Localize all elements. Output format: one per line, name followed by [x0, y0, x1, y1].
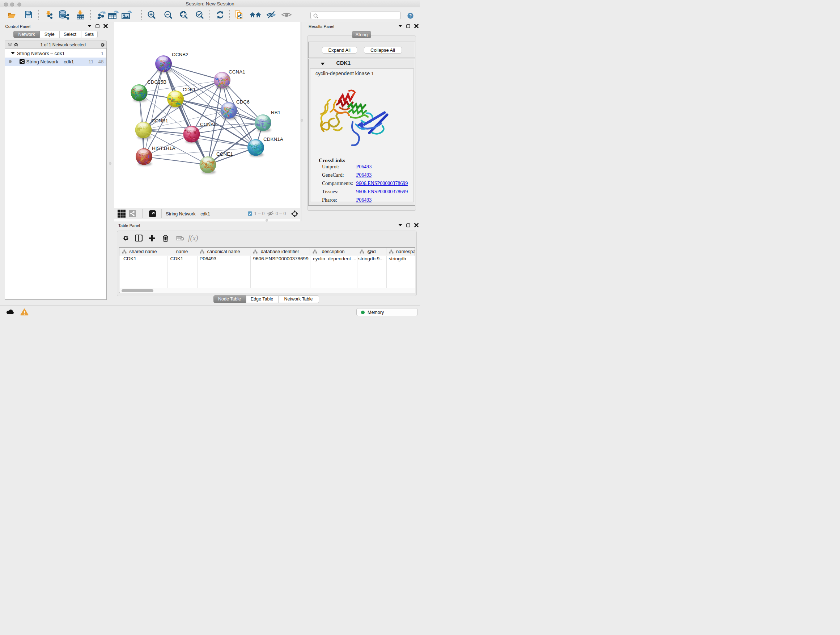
svg-text:?: ?: [409, 13, 412, 19]
svg-text:RB1: RB1: [271, 110, 280, 115]
svg-text:CDK1: CDK1: [183, 87, 196, 92]
svg-text:CCNA2: CCNA2: [200, 122, 217, 127]
svg-text:CDC6: CDC6: [236, 99, 249, 105]
svg-text:CDC25B: CDC25B: [147, 79, 166, 85]
svg-text:CCNE1: CCNE1: [216, 151, 233, 157]
svg-text:CCNB2: CCNB2: [172, 52, 188, 57]
svg-text:HIST1H1A: HIST1H1A: [152, 146, 175, 151]
svg-text:CCNB1: CCNB1: [152, 118, 168, 124]
svg-text:CCNA1: CCNA1: [229, 69, 245, 74]
svg-text:CDKN1A: CDKN1A: [264, 136, 283, 142]
